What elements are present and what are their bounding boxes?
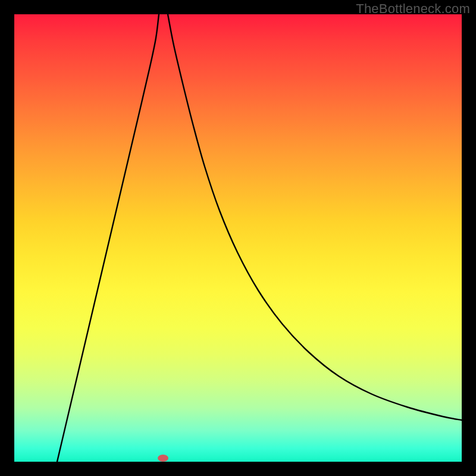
chart-frame: TheBottleneck.com [0,0,476,476]
curve-right-branch [168,14,462,420]
min-point-marker [158,455,168,462]
curve-left-branch [57,14,159,462]
plot-area [14,14,462,462]
curve-svg [14,14,462,462]
